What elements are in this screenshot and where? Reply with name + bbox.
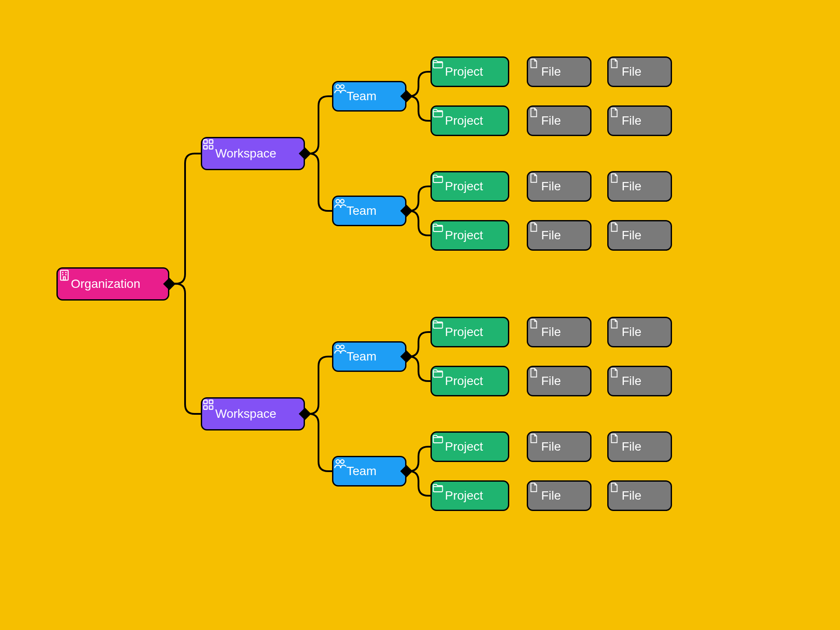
connector: [169, 284, 201, 414]
connector: [406, 211, 430, 235]
node-label: File: [622, 65, 641, 79]
svg-rect-7: [209, 140, 213, 144]
svg-rect-17: [209, 406, 213, 409]
node-label: File: [622, 489, 641, 503]
project-node: Project: [430, 220, 509, 251]
node-label: Project: [445, 179, 483, 193]
node-label: File: [541, 489, 561, 503]
file-node: File: [607, 317, 672, 347]
node-label: File: [541, 228, 561, 242]
file-node: File: [607, 220, 672, 251]
svg-point-21: [340, 460, 344, 463]
file-node: File: [527, 171, 592, 202]
project-node: Project: [430, 366, 509, 396]
project-node: Project: [430, 105, 509, 136]
project-node: Project: [430, 317, 509, 347]
connector: [406, 447, 430, 471]
svg-rect-15: [209, 400, 213, 404]
file-node: File: [527, 366, 592, 396]
connector: [305, 414, 332, 471]
node-label: File: [622, 374, 641, 388]
node-label: File: [622, 440, 641, 454]
connector: [406, 186, 430, 211]
connector: [305, 96, 332, 154]
project-node: Project: [430, 431, 509, 462]
file-node: File: [607, 480, 672, 511]
project-node: Project: [430, 171, 509, 202]
project-node: Project: [430, 56, 509, 87]
node-label: File: [541, 325, 561, 339]
team-node: Team: [332, 456, 406, 486]
node-label: Workspace: [215, 407, 276, 421]
svg-rect-1: [62, 272, 63, 273]
file-node: File: [607, 105, 672, 136]
connector: [305, 154, 332, 211]
node-label: Team: [346, 464, 376, 478]
connector: [406, 357, 430, 381]
node-label: Project: [445, 489, 483, 503]
workspace-node: Workspace: [201, 137, 305, 170]
file-node: File: [527, 317, 592, 347]
svg-rect-3: [62, 274, 63, 275]
svg-rect-5: [63, 276, 65, 280]
svg-rect-2: [65, 272, 66, 273]
file-node: File: [607, 171, 672, 202]
svg-rect-8: [204, 145, 207, 149]
svg-point-19: [340, 345, 344, 349]
svg-rect-9: [209, 145, 213, 149]
node-label: File: [541, 179, 561, 193]
workspace-node: Workspace: [201, 397, 305, 430]
node-label: Project: [445, 440, 483, 454]
svg-point-12: [336, 200, 340, 203]
node-label: Project: [445, 325, 483, 339]
node-label: Project: [445, 114, 483, 128]
connector: [406, 471, 430, 496]
node-label: File: [541, 374, 561, 388]
svg-point-10: [336, 85, 340, 88]
organization-node: Organization: [56, 267, 169, 301]
node-label: Workspace: [215, 147, 276, 161]
node-label: Team: [346, 89, 376, 103]
svg-point-20: [336, 460, 340, 463]
connector: [406, 332, 430, 357]
node-label: File: [622, 325, 641, 339]
svg-rect-0: [60, 270, 68, 280]
node-label: File: [541, 65, 561, 79]
connector: [305, 357, 332, 414]
node-label: File: [541, 440, 561, 454]
file-node: File: [527, 105, 592, 136]
svg-point-11: [340, 85, 344, 88]
node-label: Project: [445, 228, 483, 242]
svg-rect-16: [204, 406, 207, 409]
project-node: Project: [430, 480, 509, 511]
node-label: File: [541, 114, 561, 128]
file-node: File: [607, 366, 672, 396]
file-node: File: [607, 431, 672, 462]
file-node: File: [607, 56, 672, 87]
file-node: File: [527, 220, 592, 251]
team-node: Team: [332, 196, 406, 226]
node-label: Project: [445, 374, 483, 388]
node-label: Team: [346, 204, 376, 218]
node-label: File: [622, 228, 641, 242]
connector: [406, 72, 430, 96]
connector: [406, 96, 430, 121]
node-label: File: [622, 179, 641, 193]
svg-point-13: [340, 200, 344, 203]
file-node: File: [527, 480, 592, 511]
svg-rect-6: [204, 140, 207, 144]
team-node: Team: [332, 341, 406, 372]
node-label: Organization: [71, 277, 140, 291]
team-node: Team: [332, 81, 406, 112]
svg-rect-14: [204, 400, 207, 404]
node-label: File: [622, 114, 641, 128]
node-label: Project: [445, 65, 483, 79]
svg-rect-4: [65, 274, 66, 275]
connector-layer: [0, 0, 840, 630]
node-label: Team: [346, 350, 376, 364]
svg-point-18: [336, 345, 340, 349]
file-node: File: [527, 431, 592, 462]
connector: [169, 154, 201, 284]
file-node: File: [527, 56, 592, 87]
